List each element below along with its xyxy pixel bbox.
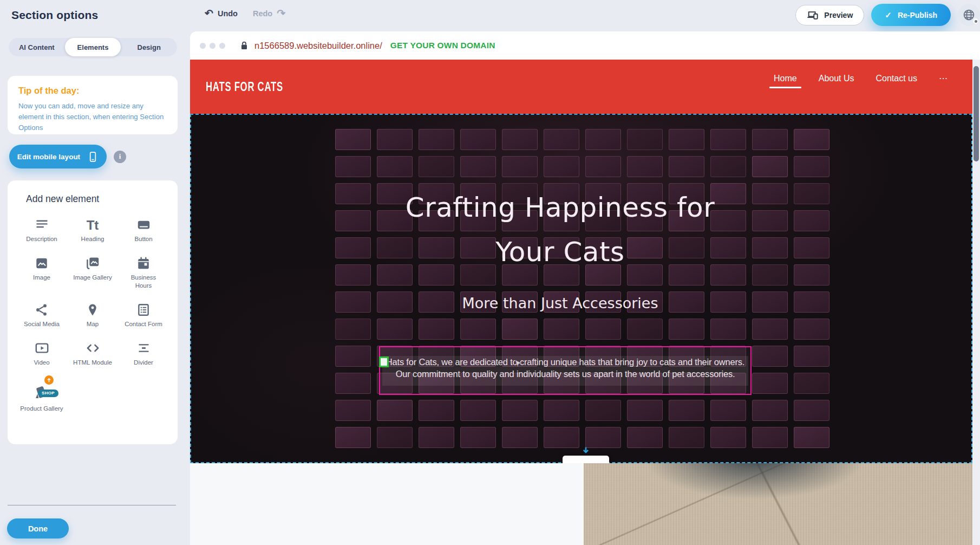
hero-tile xyxy=(544,129,579,150)
nav-more-ellipsis[interactable]: ⋯ xyxy=(938,73,949,88)
hero-tile xyxy=(794,129,829,150)
hero-tile xyxy=(335,319,371,340)
hero-tile xyxy=(710,319,746,340)
heading-icon: Tt xyxy=(87,216,99,232)
hero-tile xyxy=(627,129,663,150)
hero-tile xyxy=(710,400,746,421)
hero-tile xyxy=(710,427,746,448)
hero-tile xyxy=(419,319,454,340)
hero-heading[interactable]: Crafting Happiness for Your Cats xyxy=(191,185,929,274)
element-map[interactable]: Map xyxy=(67,301,118,328)
tip-body: Now you can add, move and resize any ele… xyxy=(18,101,169,133)
smartphone-icon xyxy=(87,151,99,163)
hero-tile xyxy=(794,156,829,177)
video-icon xyxy=(35,339,49,355)
element-social-media[interactable]: Social Media xyxy=(16,301,67,328)
product-gallery-icon: SHOP xyxy=(32,378,51,401)
hero-tile xyxy=(460,156,496,177)
nav-home[interactable]: Home xyxy=(773,74,798,88)
hero-subheading[interactable]: More than Just Accessories xyxy=(191,295,929,312)
hero-tile xyxy=(752,129,788,150)
hero-tile xyxy=(544,427,579,448)
hero-tile xyxy=(460,319,496,340)
globe-badge xyxy=(973,18,978,24)
sidebar-divider xyxy=(8,505,176,505)
site-header: HATS FOR CATS Home About Us Contact us ⋯ xyxy=(190,60,972,114)
language-globe-button[interactable] xyxy=(958,4,980,26)
edit-mobile-label: Edit mobile layout xyxy=(17,153,80,161)
site-viewport: HATS FOR CATS Home About Us Contact us ⋯… xyxy=(190,60,972,545)
element-heading[interactable]: Tt Heading xyxy=(67,216,118,243)
mouse-cursor xyxy=(515,360,522,370)
browser-chrome: n1566589.websitebuilder.online/ GET YOUR… xyxy=(190,31,980,60)
element-contact-form[interactable]: Contact Form xyxy=(118,301,169,328)
element-image-gallery[interactable]: Image Gallery xyxy=(67,254,118,290)
hero-tile xyxy=(627,156,663,177)
selected-text-element[interactable]: Hats for Cats, we are dedicated to craft… xyxy=(379,346,752,395)
lock-icon xyxy=(240,41,248,50)
social-media-icon xyxy=(35,301,49,317)
upgrade-arrow-badge xyxy=(44,375,54,385)
preview-button[interactable]: Preview xyxy=(795,5,864,25)
hero-tile xyxy=(794,373,829,394)
edit-mobile-layout-button[interactable]: Edit mobile layout xyxy=(9,145,107,168)
hero-tile xyxy=(502,156,538,177)
info-icon[interactable]: i xyxy=(114,151,126,163)
hero-tile xyxy=(585,427,621,448)
shop-badge: SHOP xyxy=(38,390,58,397)
preview-label: Preview xyxy=(824,11,853,20)
sidebar: AI Content Elements Design Tip of the da… xyxy=(0,31,190,545)
resize-handle-left[interactable] xyxy=(379,356,389,367)
hero-tile xyxy=(419,129,454,150)
tab-design[interactable]: Design xyxy=(121,38,177,56)
scrollbar-thumb[interactable] xyxy=(974,66,979,161)
tab-ai-content[interactable]: AI Content xyxy=(9,38,65,56)
done-button[interactable]: Done xyxy=(7,518,69,538)
element-description[interactable]: Description xyxy=(16,216,67,243)
element-button[interactable]: Button xyxy=(118,216,169,243)
add-element-title: Add new element xyxy=(26,193,169,205)
hero-tile xyxy=(794,400,829,421)
hero-tile xyxy=(335,156,371,177)
element-product-gallery[interactable]: SHOP Product Gallery xyxy=(16,378,67,413)
hero-section-selected[interactable]: Crafting Happiness for Your Cats More th… xyxy=(190,114,972,463)
element-business-hours[interactable]: Business Hours xyxy=(118,254,169,290)
hero-tile xyxy=(794,319,829,340)
redo-button[interactable]: Redo ↷ xyxy=(253,8,285,18)
history-controls: ↶ Undo Redo ↷ xyxy=(205,8,285,18)
hero-tile xyxy=(794,427,829,448)
address-url[interactable]: n1566589.websitebuilder.online/ xyxy=(254,41,382,51)
hero-tile xyxy=(335,427,371,448)
redo-icon: ↷ xyxy=(277,8,285,18)
element-html-module[interactable]: HTML Module xyxy=(67,339,118,367)
hero-tile xyxy=(544,319,579,340)
tip-of-the-day-card: Tip of the day: Now you can add, move an… xyxy=(8,76,178,134)
hero-tile xyxy=(377,156,413,177)
hero-tile xyxy=(627,427,663,448)
hero-tile xyxy=(585,129,621,150)
nav-about-us[interactable]: About Us xyxy=(818,74,855,88)
preview-scrollbar xyxy=(972,60,980,545)
hero-tile xyxy=(419,156,454,177)
tab-elements[interactable]: Elements xyxy=(65,38,121,56)
element-image[interactable]: Image xyxy=(16,254,67,290)
element-divider[interactable]: Divider xyxy=(118,339,169,367)
button-icon xyxy=(136,216,151,232)
hero-tile xyxy=(585,400,621,421)
hero-tile xyxy=(502,129,538,150)
hero-paragraph[interactable]: Hats for Cats, we are dedicated to craft… xyxy=(380,347,750,380)
nav-contact-us[interactable]: Contact us xyxy=(875,74,918,88)
hero-tile xyxy=(627,400,663,421)
republish-label: Re-Publish xyxy=(898,11,937,20)
element-video[interactable]: Video xyxy=(16,339,67,367)
hero-tile xyxy=(335,373,371,394)
republish-button[interactable]: ✓ Re-Publish xyxy=(871,4,951,26)
get-your-own-domain-link[interactable]: GET YOUR OWN DOMAIN xyxy=(390,41,495,50)
hero-tile xyxy=(669,129,704,150)
image-gallery-icon xyxy=(86,254,100,270)
hero-tile xyxy=(335,129,371,150)
undo-button[interactable]: ↶ Undo xyxy=(205,8,238,18)
page-title: Section options xyxy=(11,9,99,22)
hero-tile xyxy=(710,129,746,150)
top-right-actions: Preview ✓ Re-Publish xyxy=(795,4,976,26)
